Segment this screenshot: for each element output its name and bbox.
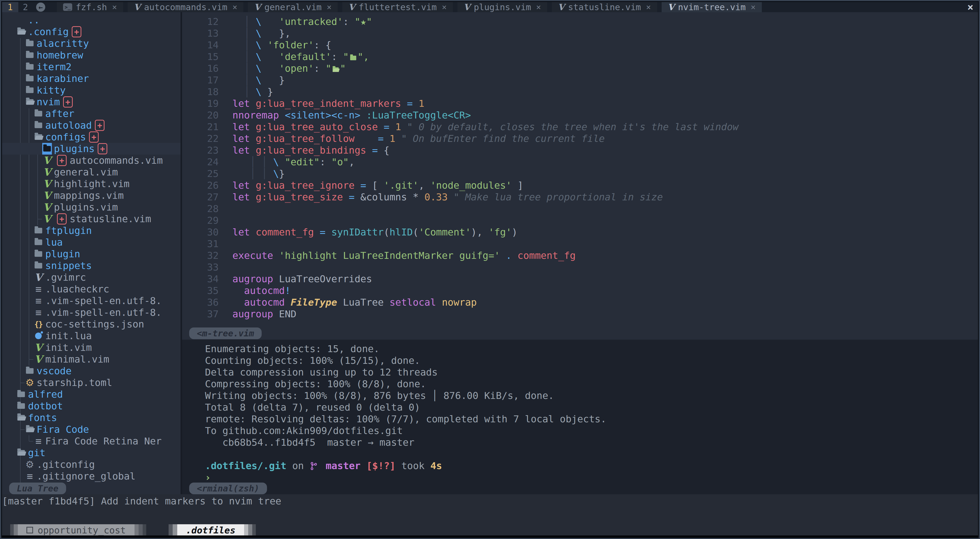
- tree-item-git[interactable]: git: [2, 447, 181, 459]
- line-number: 27: [182, 191, 225, 203]
- tree-item-init.vim[interactable]: Vinit.vim: [2, 342, 181, 353]
- tab-plugins.vim[interactable]: Vplugins.vim×: [457, 2, 547, 12]
- tree-item-after[interactable]: after: [2, 108, 181, 119]
- tree-item-label: plugins: [54, 143, 95, 154]
- terminal-split[interactable]: Enumerating objects: 15, done.Counting o…: [182, 340, 978, 494]
- tree-item-.vim-spell-en.utf-8.[interactable]: ≡.vim-spell-en.utf-8.: [2, 307, 181, 318]
- tree-item-autoload[interactable]: autoload+: [2, 119, 181, 131]
- tree-item-.gvimrc[interactable]: V.gvimrc: [2, 272, 181, 283]
- tab-close-icon[interactable]: ×: [646, 2, 651, 12]
- folder-open-icon: [25, 96, 35, 108]
- tree-item-fonts[interactable]: fonts: [2, 412, 181, 424]
- line-number: 32: [182, 250, 225, 261]
- tab-close-icon[interactable]: ×: [751, 2, 756, 12]
- buffer-indicator-1[interactable]: 1: [2, 2, 18, 12]
- folder-icon: [42, 143, 52, 154]
- tree-item-label: mappings.vim: [54, 190, 124, 201]
- line-number: 14: [182, 39, 225, 51]
- tree-item-Fira-Code-Retina-Ner[interactable]: ≡Fira Code Retina Ner: [2, 435, 181, 447]
- tree-item-label: .luacheckrc: [45, 283, 109, 295]
- updir-icon: [16, 14, 26, 26]
- back-circle-icon[interactable]: ←: [36, 3, 45, 12]
- folder-icon: [25, 61, 35, 73]
- tree-item-.gitignore-global[interactable]: ≡.gitignore_global: [2, 471, 181, 482]
- tree-item-homebrew[interactable]: homebrew: [2, 49, 181, 61]
- tree-item-dotbot[interactable]: dotbot: [2, 400, 181, 412]
- tree-item-plugins[interactable]: plugins+: [2, 143, 181, 154]
- tree-item-plugin[interactable]: plugin: [2, 248, 181, 260]
- file-tree[interactable]: ...config+alacrittyhomebrewiterm2karabin…: [2, 12, 181, 494]
- tab-label: general.vim: [264, 2, 322, 12]
- tmux-window-dotfiles[interactable]: .dotfiles: [169, 524, 256, 536]
- tree-item-label: .gitconfig: [37, 459, 95, 470]
- tab-nvim-tree.vim[interactable]: Vnvim-tree.vim×: [662, 2, 762, 12]
- tree-item-mappings.vim[interactable]: Vmappings.vim: [2, 190, 181, 201]
- tree-item-karabiner[interactable]: karabiner: [2, 73, 181, 84]
- line-number: 30: [182, 226, 225, 238]
- tab-bar: 1 2 ← >_fzf.sh×Vautocommands.vim×Vgenera…: [2, 2, 978, 12]
- tree-item-statusline.vim[interactable]: V+statusline.vim: [2, 213, 181, 225]
- tree-item-coc-settings.json[interactable]: {}coc-settings.json: [2, 318, 181, 330]
- vim-icon: V: [33, 353, 43, 365]
- tree-item-..[interactable]: ..: [2, 14, 181, 26]
- list-icon: ≡: [33, 283, 43, 295]
- folder-glyph: [350, 56, 356, 60]
- tab-close-icon[interactable]: ×: [536, 2, 541, 12]
- tree-item-ftplugin[interactable]: ftplugin: [2, 225, 181, 237]
- tree-item-label: alfred: [28, 389, 63, 400]
- tree-item-.gitconfig[interactable]: ⚙.gitconfig: [2, 459, 181, 471]
- code-editor[interactable]: 12 │ \ 'untracked': "★"13 │ \ },14 │ \ '…: [182, 12, 978, 340]
- vim-icon: V: [33, 342, 43, 353]
- tree-item-nvim[interactable]: nvim+: [2, 96, 181, 108]
- tree-item-kitty[interactable]: kitty: [2, 84, 181, 96]
- tree-item-minimal.vim[interactable]: Vminimal.vim: [2, 353, 181, 365]
- code-line-18: 18 │ \ }: [182, 86, 978, 98]
- vim-icon: V: [558, 2, 565, 12]
- tab-close-icon[interactable]: ×: [112, 2, 117, 12]
- line-number: 20: [182, 109, 225, 121]
- tree-item-configs[interactable]: configs+: [2, 131, 181, 143]
- git-new-badge: +: [72, 26, 81, 37]
- tree-item-Fira-Code[interactable]: Fira Code: [2, 424, 181, 435]
- tree-item-snippets[interactable]: snippets: [2, 260, 181, 272]
- tree-item-general.vim[interactable]: Vgeneral.vim: [2, 166, 181, 178]
- terminal-line: remote: Resolving deltas: 100% (7/7), co…: [182, 413, 978, 425]
- tree-item-alfred[interactable]: alfred: [2, 388, 181, 400]
- terminal-lines: Enumerating objects: 15, done.Counting o…: [182, 343, 978, 483]
- gear-gold-icon: ⚙: [25, 377, 35, 388]
- code-line-12: 12 │ \ 'untracked': "★": [182, 16, 978, 27]
- tab-close-icon[interactable]: ×: [327, 2, 332, 12]
- line-number: 35: [182, 285, 225, 296]
- screen: 1 2 ← >_fzf.sh×Vautocommands.vim×Vgenera…: [0, 0, 980, 539]
- tree-item-highlight.vim[interactable]: Vhighlight.vim: [2, 178, 181, 190]
- tree-item-.config[interactable]: .config+: [2, 26, 181, 38]
- tree-item-.luacheckrc[interactable]: ≡.luacheckrc: [2, 283, 181, 295]
- tab-statusline.vim[interactable]: Vstatusline.vim×: [552, 2, 657, 12]
- buffer-indicator-2[interactable]: 2: [18, 2, 33, 12]
- tree-item-starship.toml[interactable]: ⚙starship.toml: [2, 377, 181, 388]
- tab-close-icon[interactable]: ×: [442, 2, 447, 12]
- folder-icon: [33, 108, 43, 119]
- tab-fzf.sh[interactable]: >_fzf.sh×: [57, 2, 123, 12]
- tab-general.vim[interactable]: Vgeneral.vim×: [248, 2, 338, 12]
- tab-autocommands.vim[interactable]: Vautocommands.vim×: [128, 2, 243, 12]
- list-icon: ≡: [33, 307, 43, 318]
- tab-close-icon[interactable]: ×: [232, 2, 237, 12]
- tree-item-autocommands.vim[interactable]: V+autocommands.vim: [2, 154, 181, 166]
- close-icon[interactable]: ×: [967, 2, 974, 12]
- tree-item-label: autoload: [45, 120, 92, 131]
- code-line-27: 27let g:lua_tree_size = &columns * 0.33 …: [182, 191, 978, 203]
- tree-item-.vim-spell-en.utf-8.[interactable]: ≡.vim-spell-en.utf-8.: [2, 295, 181, 307]
- tree-item-lua[interactable]: lua: [2, 237, 181, 248]
- tree-item-vscode[interactable]: vscode: [2, 365, 181, 377]
- statusline-pill-luatree: Lua Tree: [9, 483, 66, 494]
- tab-fluttertest.vim[interactable]: Vfluttertest.vim×: [342, 2, 453, 12]
- tree-item-label: ..: [28, 14, 40, 26]
- tree-item-iterm2[interactable]: iterm2: [2, 61, 181, 73]
- tree-item-label: highlight.vim: [54, 178, 129, 189]
- tree-item-init.lua[interactable]: init.lua: [2, 330, 181, 342]
- tmux-window-opportunity-cost[interactable]: opportunity_cost: [10, 524, 146, 536]
- tree-item-alacritty[interactable]: alacritty: [2, 38, 181, 49]
- tree-item-label: plugin: [45, 248, 80, 259]
- tree-item-plugins.vim[interactable]: Vplugins.vim: [2, 201, 181, 213]
